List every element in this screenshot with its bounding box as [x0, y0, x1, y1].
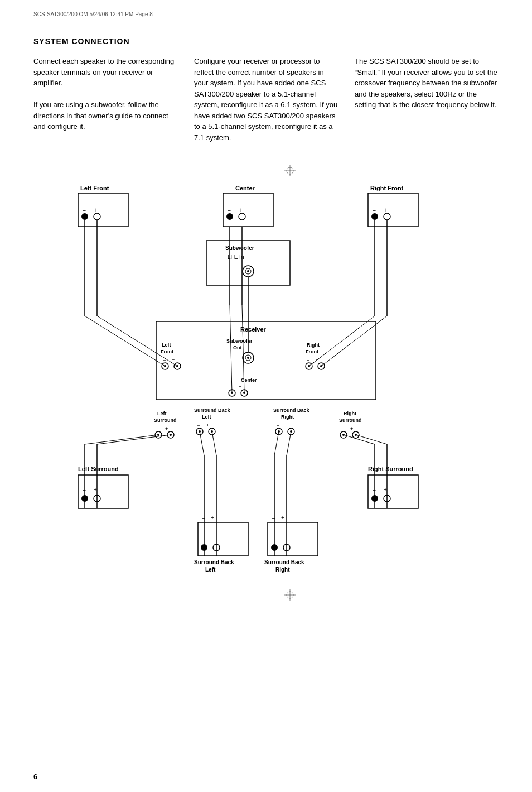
svg-text:Front: Front	[306, 349, 318, 354]
svg-text:+: +	[94, 487, 97, 493]
surround-back-left-label: Surround Back	[194, 559, 234, 565]
column-2: Configure your receiver or processor to …	[194, 56, 338, 143]
surround-back-left-speaker: – + Surround Back Left	[194, 515, 248, 573]
left-surround-speaker: Left Surround – +	[78, 465, 128, 508]
svg-text:Surround: Surround	[339, 417, 362, 423]
svg-text:+: +	[239, 207, 242, 213]
right-front-label: Right Front	[370, 185, 404, 191]
svg-text:Right: Right	[281, 414, 294, 420]
right-front-minus-terminal	[371, 213, 378, 220]
svg-text:+: +	[211, 515, 214, 521]
text-columns: Connect each speaker to the correspondin…	[33, 56, 499, 143]
svg-text:–: –	[341, 426, 344, 431]
wiring-diagram: Left Front – + Center – + Right Fron	[33, 160, 499, 606]
surround-back-right-speaker: – + Surround Back Right	[264, 515, 318, 573]
svg-text:+: +	[239, 384, 241, 390]
svg-text:Left: Left	[202, 414, 211, 420]
svg-rect-64	[198, 522, 248, 556]
svg-text:Surround: Surround	[154, 417, 177, 423]
svg-text:+: +	[165, 426, 168, 431]
svg-text:Subwoofer: Subwoofer	[226, 338, 253, 344]
center-label: Center	[235, 185, 255, 191]
svg-text:Front: Front	[161, 349, 173, 354]
receiver-label: Receiver	[240, 326, 267, 333]
svg-text:Right: Right	[275, 567, 290, 573]
svg-text:+: +	[384, 487, 387, 493]
svg-text:Right: Right	[344, 411, 356, 416]
left-front-label: Left Front	[80, 185, 109, 191]
left-front-speaker: Left Front – +	[78, 185, 128, 227]
svg-line-76	[309, 316, 375, 366]
section-title: SYSTEM CONNECTION	[33, 37, 499, 46]
svg-line-85	[287, 431, 291, 455]
svg-rect-12	[156, 321, 376, 400]
center-plus-terminal	[239, 213, 245, 220]
svg-text:–: –	[373, 487, 376, 493]
svg-text:Out: Out	[233, 345, 242, 351]
svg-text:–: –	[228, 207, 231, 213]
svg-text:+: +	[350, 426, 353, 431]
svg-text:Left: Left	[205, 567, 216, 573]
svg-text:–: –	[83, 487, 86, 493]
svg-text:Right: Right	[307, 342, 320, 348]
svg-line-78	[85, 435, 158, 444]
left-surround-label: Left Surround	[78, 465, 119, 472]
svg-text:–: –	[277, 423, 279, 428]
surround-terminals-row: Left Surround – + Surround Back Left – +…	[154, 407, 362, 438]
center-minus-terminal	[226, 213, 233, 220]
svg-text:–: –	[202, 515, 205, 521]
surround-back-right-label: Surround Back	[264, 559, 304, 565]
svg-text:+: +	[384, 207, 387, 213]
svg-line-83	[212, 431, 216, 455]
column-1: Connect each speaker to the correspondin…	[33, 56, 177, 143]
svg-line-79	[97, 435, 171, 444]
right-front-speaker: Right Front – +	[368, 185, 418, 227]
svg-text:Left: Left	[157, 411, 167, 416]
svg-text:Surround Back: Surround Back	[194, 407, 231, 413]
left-front-plus-terminal	[94, 213, 100, 220]
svg-text:–: –	[197, 423, 200, 428]
svg-point-22	[247, 357, 249, 359]
svg-text:–: –	[156, 426, 159, 431]
svg-line-77	[321, 316, 387, 366]
header-bar: SCS-SAT300/200 OM 5/24/06 12:41 PM Page …	[33, 11, 499, 20]
svg-line-72	[85, 316, 165, 366]
svg-text:Surround Back: Surround Back	[273, 407, 310, 413]
svg-line-73	[97, 316, 177, 366]
svg-text:+: +	[286, 423, 288, 428]
diagram-area: Left Front – + Center – + Right Fron	[33, 160, 499, 606]
svg-line-74	[230, 305, 232, 393]
center-speaker: Center – +	[223, 185, 273, 227]
svg-text:Center: Center	[241, 377, 257, 383]
svg-text:+: +	[281, 515, 284, 521]
right-surround-speaker: Right Surround – +	[368, 465, 418, 508]
header-text: SCS-SAT300/200 OM 5/24/06 12:41 PM Page …	[33, 11, 153, 17]
svg-text:Left: Left	[162, 342, 171, 348]
svg-line-84	[274, 431, 279, 455]
svg-text:+: +	[94, 207, 97, 213]
svg-text:+: +	[172, 357, 175, 363]
svg-text:–: –	[272, 515, 275, 521]
page-number: 6	[33, 772, 37, 781]
receiver-box: Receiver Left Front – + Subwoofer Out	[156, 321, 376, 400]
column-3: The SCS SAT300/200 should be set to “Sma…	[355, 56, 499, 143]
svg-text:–: –	[83, 207, 86, 213]
svg-rect-68	[268, 522, 318, 556]
svg-text:–: –	[307, 357, 309, 363]
svg-text:+: +	[206, 423, 209, 428]
page: SCS-SAT300/200 OM 5/24/06 12:41 PM Page …	[0, 0, 532, 792]
left-front-minus-terminal	[81, 213, 88, 220]
svg-line-81	[356, 435, 387, 444]
svg-line-82	[200, 431, 204, 455]
svg-point-11	[247, 270, 249, 272]
right-front-plus-terminal	[384, 213, 390, 220]
svg-text:–: –	[373, 207, 376, 213]
